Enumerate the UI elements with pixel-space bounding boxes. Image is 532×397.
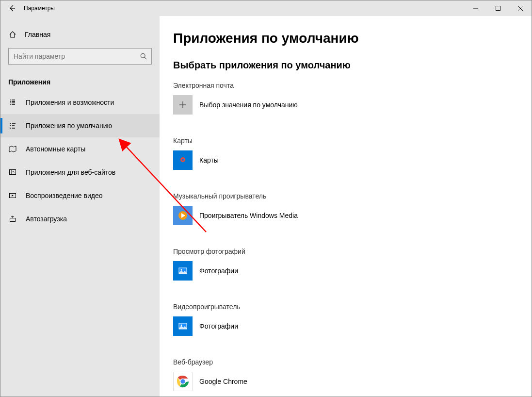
default-app-video[interactable]: Фотографии <box>173 316 532 336</box>
svg-rect-4 <box>10 218 16 222</box>
minimize-button[interactable] <box>465 0 487 16</box>
page-heading: Приложения по умолчанию <box>173 31 532 46</box>
default-app-maps[interactable]: Карты <box>173 150 532 170</box>
default-app-browser[interactable]: Google Chrome <box>173 372 532 391</box>
svg-point-6 <box>182 159 184 161</box>
sidebar-item-label: Приложения по умолчанию <box>26 122 112 130</box>
main-panel: Приложения по умолчанию Выбрать приложен… <box>160 16 532 397</box>
app-name: Проигрыватель Windows Media <box>199 212 298 219</box>
sidebar: Главная Приложения Приложения и возможно… <box>0 16 160 397</box>
app-name: Фотографии <box>199 322 238 330</box>
sidebar-section-label: Приложения <box>0 72 160 91</box>
app-name: Карты <box>199 156 219 164</box>
category-label-browser: Веб-браузер <box>173 358 532 366</box>
close-icon <box>518 6 523 11</box>
maximize-icon <box>496 6 500 11</box>
default-app-music[interactable]: Проигрыватель Windows Media <box>173 206 532 225</box>
plus-icon <box>173 95 193 115</box>
sidebar-item-label: Воспроизведение видео <box>26 192 102 199</box>
window-title: Параметры <box>24 5 55 12</box>
sidebar-item-offline-maps[interactable]: Автономные карты <box>0 137 160 161</box>
default-app-photos[interactable]: Фотографии <box>173 261 532 281</box>
app-name: Выбор значения по умолчанию <box>199 101 298 109</box>
default-app-email[interactable]: Выбор значения по умолчанию <box>173 95 532 115</box>
defaults-icon <box>8 122 17 130</box>
chrome-app-icon <box>173 372 193 391</box>
sidebar-item-default-apps[interactable]: Приложения по умолчанию <box>0 114 160 137</box>
category-label-video: Видеопроигрыватель <box>173 303 532 311</box>
sidebar-item-label: Приложения для веб-сайтов <box>26 168 115 176</box>
svg-rect-2 <box>10 170 16 175</box>
sidebar-item-startup[interactable]: Автозагрузка <box>0 207 160 231</box>
minimize-icon <box>473 6 478 11</box>
sidebar-home[interactable]: Главная <box>0 26 160 43</box>
home-icon <box>8 31 17 38</box>
app-name: Google Chrome <box>199 378 247 385</box>
list-icon <box>8 99 17 106</box>
category-label-email: Электронная почта <box>173 82 532 89</box>
app-name: Фотографии <box>199 267 238 275</box>
map-icon <box>8 145 17 153</box>
svg-rect-0 <box>496 6 500 11</box>
search-box[interactable] <box>8 48 152 65</box>
sidebar-item-label: Приложения и возможности <box>26 99 114 106</box>
sidebar-item-label: Автономные карты <box>26 145 85 153</box>
wmp-app-icon <box>173 206 193 225</box>
maps-app-icon <box>173 150 193 170</box>
arrow-left-icon <box>8 4 16 12</box>
startup-icon <box>8 215 17 223</box>
maximize-button[interactable] <box>487 0 509 16</box>
sidebar-item-apps-features[interactable]: Приложения и возможности <box>0 91 160 114</box>
photos-app-icon <box>173 316 193 336</box>
titlebar: Параметры <box>0 0 532 16</box>
close-button[interactable] <box>509 0 532 16</box>
website-icon <box>8 168 17 176</box>
category-label-maps: Карты <box>173 137 532 145</box>
page-subheading: Выбрать приложения по умолчанию <box>173 60 532 71</box>
category-label-music: Музыкальный проигрыватель <box>173 192 532 200</box>
sidebar-item-video-playback[interactable]: Воспроизведение видео <box>0 184 160 207</box>
sidebar-item-label: Автозагрузка <box>26 215 67 223</box>
sidebar-item-apps-for-websites[interactable]: Приложения для веб-сайтов <box>0 161 160 184</box>
back-button[interactable] <box>0 0 24 16</box>
search-input[interactable] <box>8 48 152 65</box>
photos-app-icon <box>173 261 193 281</box>
video-icon <box>8 192 17 199</box>
sidebar-home-label: Главная <box>25 31 50 38</box>
category-label-photos: Просмотр фотографий <box>173 248 532 255</box>
